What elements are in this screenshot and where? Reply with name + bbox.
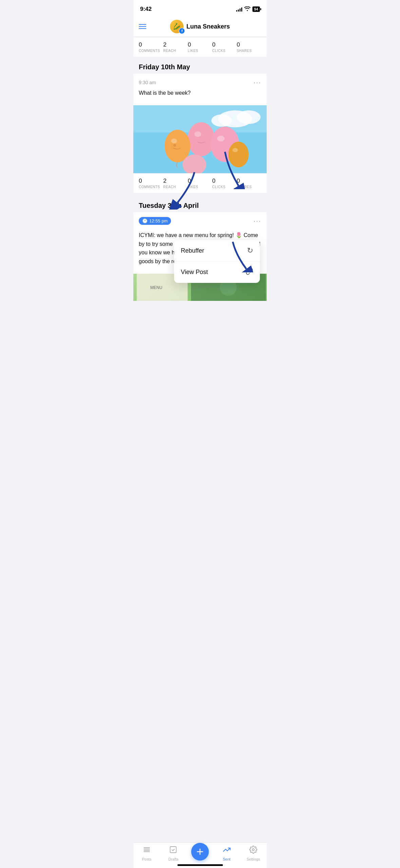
friday-stat-comments: 0 COMMENTS	[139, 178, 163, 189]
svg-point-11	[228, 142, 249, 167]
partial-stats-row: 0 COMMENTS 2 REACH 0 LIKES 0 CLICKS 0 SH…	[133, 37, 267, 57]
section-friday: Friday 10th May	[133, 57, 267, 74]
tuesday-time-badge: 🕐 12:55 pm	[139, 217, 171, 225]
status-icons: 94	[236, 6, 260, 12]
stat-clicks-label: CLICKS	[212, 49, 226, 53]
friday-stat-likes-value: 0	[188, 178, 191, 184]
svg-text:MENU: MENU	[150, 285, 162, 290]
stat-comments: 0 COMMENTS	[139, 41, 163, 53]
section-tuesday-label: Tuesday 30th April	[139, 202, 199, 209]
stat-comments-value: 0	[139, 41, 142, 48]
friday-post-inner: 9:30 am ··· What is the be week?	[133, 74, 267, 105]
friday-stat-comments-label: COMMENTS	[139, 185, 160, 189]
svg-point-10	[217, 135, 225, 142]
menu-button[interactable]	[139, 24, 146, 29]
stat-reach: 2 REACH	[163, 41, 188, 53]
svg-point-13	[173, 144, 176, 147]
clock-icon: 🕐	[142, 218, 148, 223]
friday-stat-comments-value: 0	[139, 178, 142, 184]
fb-badge: f	[179, 28, 185, 34]
stat-likes-value: 0	[188, 41, 191, 48]
friday-stat-likes-label: LIKES	[188, 185, 198, 189]
rebuffer-label: Rebuffer	[181, 247, 204, 254]
friday-stat-shares-label: SHARES	[237, 185, 252, 189]
friday-stat-shares-value: 0	[237, 178, 240, 184]
top-nav: 🌽 f Luna Sneakers	[133, 16, 267, 37]
tuesday-time-text: 12:55 pm	[149, 218, 168, 223]
svg-point-8	[171, 139, 177, 143]
partial-top-card: 0 COMMENTS 2 REACH 0 LIKES 0 CLICKS 0 SH…	[133, 37, 267, 57]
brand-title: 🌽 f Luna Sneakers	[170, 20, 230, 33]
stat-likes: 0 LIKES	[188, 41, 212, 53]
rebuffer-icon: ↻	[247, 246, 253, 255]
friday-post-card: 9:30 am ··· What is the be week?	[133, 74, 267, 193]
stat-clicks-value: 0	[212, 41, 215, 48]
friday-post-container: 9:30 am ··· What is the be week?	[133, 74, 267, 193]
stat-comments-label: COMMENTS	[139, 49, 160, 53]
stat-reach-value: 2	[163, 41, 166, 48]
friday-stat-reach-value: 2	[163, 178, 166, 184]
wifi-icon	[244, 6, 250, 12]
stat-reach-label: REACH	[163, 49, 176, 53]
tuesday-post-header: 🕐 12:55 pm ···	[139, 217, 261, 225]
friday-post-header: 9:30 am ···	[139, 78, 261, 86]
friday-stat-clicks: 0 CLICKS	[212, 178, 237, 189]
stat-shares-value: 0	[237, 41, 240, 48]
friday-post-image	[133, 105, 267, 173]
friday-stat-shares: 0 SHARES	[237, 178, 261, 189]
stat-likes-label: LIKES	[188, 49, 198, 53]
section-tuesday: Tuesday 30th April	[133, 196, 267, 212]
svg-point-4	[211, 114, 232, 127]
status-time: 9:42	[140, 6, 152, 13]
tuesday-more-button[interactable]: ···	[253, 217, 261, 225]
stat-shares: 0 SHARES	[237, 41, 261, 53]
friday-stats-row: 0 COMMENTS 2 REACH 0 LIKES 0 CLICKS 0	[133, 173, 267, 193]
friday-stat-clicks-value: 0	[212, 178, 215, 184]
friday-stat-clicks-label: CLICKS	[212, 185, 226, 189]
friday-post-text: What is the be week?	[139, 89, 261, 97]
link-icon	[246, 268, 253, 277]
signal-icon	[236, 7, 242, 12]
avatar-wrapper: 🌽 f	[170, 20, 184, 33]
friday-post-time: 9:30 am	[139, 80, 156, 85]
view-post-option[interactable]: View Post	[174, 261, 260, 283]
svg-point-12	[232, 148, 238, 152]
status-bar: 9:42 94	[133, 0, 267, 16]
view-post-label: View Post	[181, 269, 208, 276]
section-friday-label: Friday 10th May	[139, 63, 190, 71]
svg-point-5	[188, 122, 215, 156]
context-menu: Rebuffer ↻ View Post	[174, 240, 260, 283]
battery-icon: 94	[252, 6, 260, 12]
friday-stat-likes: 0 LIKES	[188, 178, 212, 189]
friday-stat-reach-label: REACH	[163, 185, 176, 189]
stat-shares-label: SHARES	[237, 49, 252, 53]
rebuffer-option[interactable]: Rebuffer ↻	[174, 240, 260, 261]
friday-more-button[interactable]: ···	[253, 78, 261, 86]
brand-name: Luna Sneakers	[186, 23, 230, 30]
stat-clicks: 0 CLICKS	[212, 41, 237, 53]
friday-stat-reach: 2 REACH	[163, 178, 188, 189]
svg-point-6	[194, 131, 201, 137]
svg-point-3	[237, 110, 261, 124]
